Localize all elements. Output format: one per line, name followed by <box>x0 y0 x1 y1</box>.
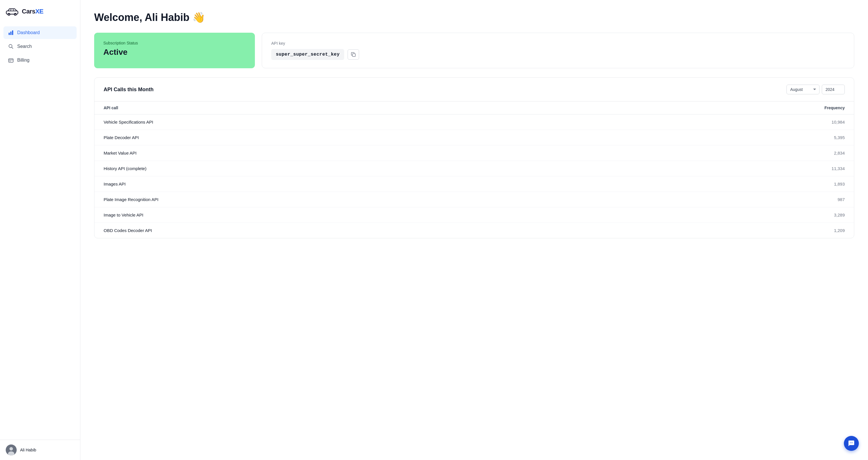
table-row: Market Value API 2,834 <box>94 145 854 161</box>
col-header-api-call: API call <box>104 105 799 110</box>
table-row: Plate Image Recognition API 987 <box>94 192 854 207</box>
api-call-frequency: 10,984 <box>799 120 845 125</box>
main-content: Welcome, Ali Habib 👋 Subscription Status… <box>81 0 868 460</box>
logo-icon <box>6 7 20 16</box>
api-call-name: Plate Decoder API <box>104 135 799 140</box>
logo-text: CarsXE <box>22 8 43 15</box>
sidebar-item-label-billing: Billing <box>17 58 30 63</box>
api-key-card: API key super_super_secret_key <box>262 33 854 68</box>
api-call-name: Images API <box>104 182 799 187</box>
sidebar-item-label-dashboard: Dashboard <box>17 30 40 35</box>
svg-rect-8 <box>9 61 11 61</box>
api-call-name: Plate Image Recognition API <box>104 197 799 202</box>
svg-rect-5 <box>12 30 13 35</box>
api-call-frequency: 987 <box>799 197 845 202</box>
chat-button[interactable] <box>844 436 859 451</box>
table-row: Image to Vehicle API 3,289 <box>94 207 854 223</box>
api-call-name: History API (complete) <box>104 166 799 171</box>
api-call-name: Market Value API <box>104 151 799 156</box>
sidebar-item-label-search: Search <box>17 44 32 49</box>
subscription-label: Subscription Status <box>103 41 246 45</box>
api-key-row: super_super_secret_key <box>271 49 845 60</box>
api-call-name: OBD Codes Decoder API <box>104 228 799 233</box>
svg-rect-12 <box>352 54 355 57</box>
subscription-status: Active <box>103 47 246 57</box>
search-icon <box>8 43 14 49</box>
svg-point-14 <box>851 442 851 443</box>
year-input[interactable] <box>822 85 845 94</box>
dashboard-icon <box>8 30 14 36</box>
svg-point-6 <box>9 44 12 47</box>
table-row: Images API 1,893 <box>94 176 854 192</box>
sidebar: CarsXE Dashboard Search <box>0 0 81 460</box>
svg-rect-7 <box>9 59 13 62</box>
svg-point-10 <box>9 447 13 451</box>
api-table-container: API Calls this Month January February Ma… <box>94 77 854 238</box>
subscription-card: Subscription Status Active <box>94 33 255 68</box>
svg-rect-3 <box>9 33 10 35</box>
sidebar-item-search[interactable]: Search <box>3 40 76 53</box>
month-select[interactable]: January February March April May June Ju… <box>786 85 819 94</box>
copy-api-key-button[interactable] <box>348 49 359 60</box>
sidebar-item-billing[interactable]: Billing <box>3 54 76 67</box>
sidebar-nav: Dashboard Search Billing <box>0 24 80 440</box>
table-row: OBD Codes Decoder API 1,209 <box>94 223 854 238</box>
api-call-frequency: 1,893 <box>799 182 845 187</box>
chat-icon <box>848 440 855 447</box>
table-col-header: API call Frequency <box>94 101 854 114</box>
api-call-name: Image to Vehicle API <box>104 212 799 218</box>
api-call-frequency: 1,209 <box>799 228 845 233</box>
logo: CarsXE <box>0 0 80 24</box>
api-call-frequency: 3,289 <box>799 212 845 218</box>
table-row: Plate Decoder API 5,395 <box>94 130 854 145</box>
sidebar-footer: Ali Habib <box>0 440 80 460</box>
billing-icon <box>8 57 14 63</box>
api-call-name: Vehicle Specifications API <box>104 120 799 125</box>
sidebar-item-dashboard[interactable]: Dashboard <box>3 26 76 39</box>
table-row: History API (complete) 11,334 <box>94 161 854 176</box>
copy-icon <box>351 52 356 57</box>
col-header-frequency: Frequency <box>799 105 845 110</box>
avatar <box>6 445 17 455</box>
api-call-frequency: 5,395 <box>799 135 845 140</box>
api-call-frequency: 11,334 <box>799 166 845 171</box>
user-name: Ali Habib <box>20 448 36 452</box>
api-key-label: API key <box>271 41 845 45</box>
table-rows: Vehicle Specifications API 10,984 Plate … <box>94 114 854 238</box>
top-cards: Subscription Status Active API key super… <box>94 33 854 68</box>
svg-rect-4 <box>10 32 11 35</box>
table-header: API Calls this Month January February Ma… <box>94 78 854 101</box>
table-filters: January February March April May June Ju… <box>786 85 845 94</box>
table-title: API Calls this Month <box>104 87 154 93</box>
api-key-value: super_super_secret_key <box>271 49 344 60</box>
svg-point-15 <box>852 442 853 443</box>
page-title: Welcome, Ali Habib 👋 <box>94 11 854 24</box>
table-row: Vehicle Specifications API 10,984 <box>94 114 854 130</box>
api-call-frequency: 2,834 <box>799 151 845 156</box>
svg-point-13 <box>850 442 850 443</box>
